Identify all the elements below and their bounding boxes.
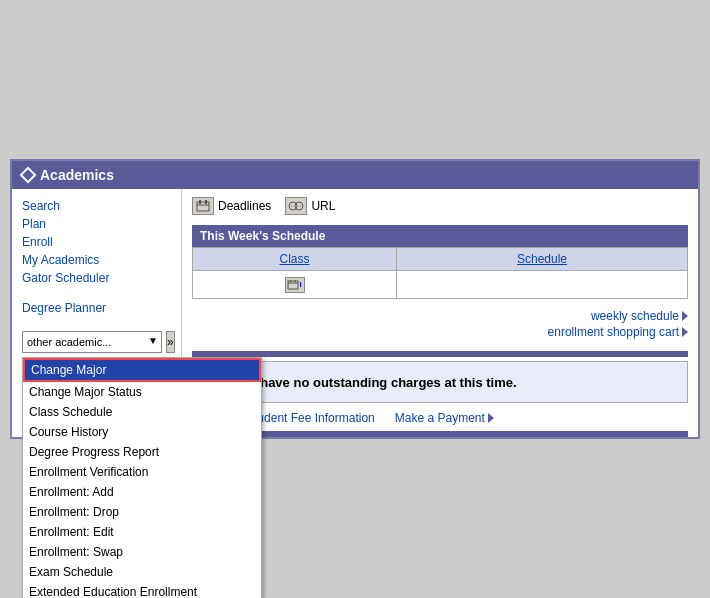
row-calendar-icon: i xyxy=(285,277,305,293)
dropdown-chevron-icon: ▼ xyxy=(148,335,158,346)
list-item[interactable]: Change Major Status xyxy=(23,382,261,402)
panel-title: Academics xyxy=(40,167,114,183)
schedule-section: This Week's Schedule Class Schedule xyxy=(192,225,688,299)
sidebar: Search Plan Enroll My Academics Gator Sc… xyxy=(12,189,182,437)
row-icon-badge: i xyxy=(299,280,301,289)
weekly-schedule-label: weekly schedule xyxy=(591,309,679,323)
sidebar-spacer xyxy=(22,289,171,299)
degree-planner-link[interactable]: Degree Planner xyxy=(22,301,171,315)
top-buttons-row: Deadlines URL xyxy=(192,197,688,215)
enrollment-shopping-cart-label: enrollment shopping cart xyxy=(548,325,679,339)
list-item[interactable]: Enrollment: Swap xyxy=(23,542,261,562)
svg-rect-2 xyxy=(205,200,207,204)
svg-rect-9 xyxy=(290,280,291,282)
panel-header-icon xyxy=(20,167,37,184)
plan-link[interactable]: Plan xyxy=(22,217,171,231)
panel-body: Search Plan Enroll My Academics Gator Sc… xyxy=(12,189,698,437)
list-item[interactable]: Exam Schedule xyxy=(23,562,261,582)
schedule-table: Class Schedule i xyxy=(192,247,688,299)
list-item[interactable]: Change Major xyxy=(23,358,261,382)
list-item[interactable]: Enrollment: Edit xyxy=(23,522,261,542)
search-link[interactable]: Search xyxy=(22,199,171,213)
list-item[interactable]: Enrollment Verification xyxy=(23,462,261,482)
list-item[interactable]: Enrollment: Add xyxy=(23,482,261,502)
svg-rect-7 xyxy=(288,281,298,289)
list-item[interactable]: Enrollment: Drop xyxy=(23,502,261,522)
class-column-header[interactable]: Class xyxy=(193,248,397,271)
schedule-column-header[interactable]: Schedule xyxy=(397,248,688,271)
charges-message: You have no outstanding charges at this … xyxy=(233,375,517,390)
list-item[interactable]: Extended Education Enrollment xyxy=(23,582,261,598)
links-row: weekly schedule enrollment shopping cart xyxy=(192,309,688,339)
bottom-links-row: Important Student Fee Information Make a… xyxy=(192,411,688,425)
arrow-right-icon xyxy=(682,311,688,321)
weekly-schedule-link[interactable]: weekly schedule xyxy=(591,309,688,323)
dropdown-list-wrapper: Change Major Change Major Status Class S… xyxy=(22,357,262,598)
make-payment-label: Make a Payment xyxy=(395,411,485,425)
deadlines-button[interactable]: Deadlines xyxy=(192,197,271,215)
svg-rect-1 xyxy=(199,200,201,204)
list-item[interactable]: Degree Progress Report xyxy=(23,442,261,462)
main-panel: Academics Search Plan Enroll My Academic… xyxy=(10,159,700,439)
charges-section: i You have no outstanding charges at thi… xyxy=(192,361,688,403)
arrow-right-icon xyxy=(682,327,688,337)
gator-scheduler-link[interactable]: Gator Scheduler xyxy=(22,271,171,285)
dropdown-select[interactable] xyxy=(22,331,162,353)
url-label: URL xyxy=(311,199,335,213)
make-payment-link[interactable]: Make a Payment xyxy=(395,411,494,425)
row-schedule-cell xyxy=(397,271,688,299)
url-icon xyxy=(285,197,307,215)
list-item[interactable]: Course History xyxy=(23,422,261,442)
deadlines-label: Deadlines xyxy=(218,199,271,213)
enroll-link[interactable]: Enroll xyxy=(22,235,171,249)
dropdown-go-button[interactable]: » xyxy=(166,331,175,353)
dropdown-wrapper: ▼ xyxy=(22,331,162,353)
section-divider xyxy=(192,351,688,357)
schedule-title: This Week's Schedule xyxy=(192,225,688,247)
row-icon-cell: i xyxy=(193,271,397,299)
make-payment-arrow-icon xyxy=(488,413,494,423)
my-academics-link[interactable]: My Academics xyxy=(22,253,171,267)
dropdown-section: ▼ » Change Major Change Major Status Cla… xyxy=(22,331,171,353)
url-button[interactable]: URL xyxy=(285,197,335,215)
panel-header: Academics xyxy=(12,161,698,189)
svg-rect-0 xyxy=(197,202,209,211)
svg-rect-10 xyxy=(295,280,296,282)
dropdown-list: Change Major Change Major Status Class S… xyxy=(23,358,261,598)
table-row: i xyxy=(193,271,688,299)
list-item[interactable]: Class Schedule xyxy=(23,402,261,422)
bottom-bar xyxy=(192,431,688,437)
calendar-icon xyxy=(192,197,214,215)
dropdown-select-row: ▼ » xyxy=(22,331,171,353)
enrollment-shopping-cart-link[interactable]: enrollment shopping cart xyxy=(548,325,688,339)
chevron-right-icon: » xyxy=(167,335,174,349)
